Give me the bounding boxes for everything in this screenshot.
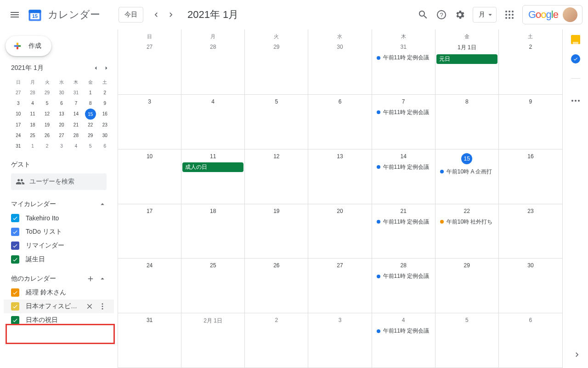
calendar-item[interactable]: 日本の祝日 [11, 313, 107, 327]
mini-day[interactable]: 16 [98, 109, 112, 120]
mini-day[interactable]: 4 [69, 141, 83, 151]
mini-day[interactable]: 27 [11, 87, 25, 98]
calendar-event[interactable]: 午前11時 定例会議 [374, 162, 433, 172]
calendar-checkbox[interactable] [11, 214, 19, 222]
mini-day[interactable]: 15 [83, 109, 97, 120]
calendar-checkbox[interactable] [11, 288, 19, 297]
day-cell[interactable]: 28午前11時 定例会議 [372, 259, 435, 313]
mini-day[interactable]: 28 [69, 130, 83, 141]
day-cell[interactable]: 30 [308, 40, 372, 95]
avatar[interactable] [563, 7, 577, 22]
day-cell[interactable]: 6 [308, 95, 372, 150]
day-cell[interactable]: 25 [181, 259, 245, 313]
mini-day[interactable]: 28 [25, 87, 40, 98]
tasks-icon[interactable] [571, 54, 580, 63]
day-cell[interactable]: 28 [181, 40, 245, 95]
day-cell[interactable]: 4午前11時 定例会議 [372, 313, 435, 368]
day-cell[interactable]: 27 [308, 259, 372, 313]
calendar-event[interactable]: 午前11時 定例会議 [374, 217, 433, 227]
mini-day[interactable]: 24 [11, 130, 25, 141]
calendar-event[interactable]: 元日 [436, 54, 498, 64]
mini-day[interactable]: 31 [11, 141, 25, 151]
calendar-checkbox[interactable] [11, 255, 19, 264]
day-cell[interactable]: 3 [308, 313, 372, 368]
prev-period-button[interactable] [149, 7, 164, 22]
mini-day[interactable]: 7 [69, 98, 83, 109]
close-icon[interactable] [85, 302, 94, 310]
day-cell[interactable]: 19 [245, 204, 308, 259]
mini-day[interactable]: 30 [54, 87, 68, 98]
mini-day[interactable]: 12 [40, 109, 54, 120]
mini-day[interactable]: 2 [40, 141, 54, 151]
day-cell[interactable]: 31 [118, 313, 181, 368]
calendar-checkbox[interactable] [11, 228, 19, 236]
mini-day[interactable]: 19 [40, 120, 54, 130]
mini-day[interactable]: 14 [69, 109, 83, 120]
view-select[interactable]: 月 [473, 7, 497, 23]
day-cell[interactable]: 4 [181, 95, 245, 150]
keep-icon[interactable] [571, 35, 580, 44]
day-cell[interactable]: 21午前11時 定例会議 [372, 204, 435, 259]
day-cell[interactable]: 6 [499, 313, 562, 368]
mini-day[interactable]: 3 [11, 98, 25, 109]
mini-day[interactable]: 3 [54, 141, 68, 151]
calendar-item[interactable]: 日本オフィスビ… [4, 299, 114, 313]
next-period-button[interactable] [164, 7, 178, 22]
apps-icon[interactable] [500, 6, 519, 24]
day-cell[interactable]: 14午前11時 定例会議 [372, 150, 435, 204]
guest-search-input[interactable]: ユーザーを検索 [11, 173, 107, 190]
day-cell[interactable]: 22午前10時 社外打ち [435, 204, 499, 259]
mini-day[interactable]: 21 [69, 120, 83, 130]
day-cell[interactable]: 16 [499, 150, 562, 204]
google-account-button[interactable]: Google [522, 5, 582, 24]
search-icon[interactable] [414, 6, 432, 24]
calendar-event[interactable]: 午前11時 定例会議 [374, 53, 433, 63]
day-cell[interactable]: 17 [118, 204, 181, 259]
calendar-event[interactable]: 午前11時 定例会議 [374, 271, 433, 281]
add-calendar-icon[interactable] [86, 275, 95, 283]
mini-day[interactable]: 10 [11, 109, 25, 120]
mini-day[interactable]: 26 [40, 130, 54, 141]
day-cell[interactable]: 31午前11時 定例会議 [372, 40, 435, 95]
day-cell[interactable]: 29 [435, 259, 499, 313]
day-cell[interactable]: 10 [118, 150, 181, 204]
day-cell[interactable]: 12 [245, 150, 308, 204]
calendar-checkbox[interactable] [11, 302, 19, 310]
day-cell[interactable]: 2 [245, 313, 308, 368]
help-icon[interactable]: ? [432, 6, 451, 24]
day-cell[interactable]: 18 [181, 204, 245, 259]
day-cell[interactable]: 7午前11時 定例会議 [372, 95, 435, 150]
mini-next-button[interactable] [101, 63, 112, 74]
day-cell[interactable]: 15午前10時 A 企画打 [435, 150, 499, 204]
calendar-item[interactable]: リマインダー [11, 239, 107, 253]
day-cell[interactable]: 2 [499, 40, 562, 95]
rail-collapse-button[interactable] [572, 350, 582, 361]
mini-day[interactable]: 1 [25, 141, 40, 151]
mini-day[interactable]: 5 [40, 98, 54, 109]
mini-day[interactable]: 20 [54, 120, 68, 130]
calendar-checkbox[interactable] [11, 316, 19, 324]
settings-icon[interactable] [451, 6, 469, 24]
mini-day[interactable]: 1 [83, 87, 97, 98]
mini-day[interactable]: 13 [54, 109, 68, 120]
day-cell[interactable]: 27 [118, 40, 181, 95]
mini-day[interactable]: 25 [25, 130, 40, 141]
calendar-event[interactable]: 午前10時 社外打ち [437, 217, 497, 227]
calendar-checkbox[interactable] [11, 242, 19, 250]
mini-day[interactable]: 18 [25, 120, 40, 130]
calendar-item[interactable]: ToDo リスト [11, 225, 107, 239]
mini-day[interactable]: 6 [98, 141, 112, 151]
day-cell[interactable]: 29 [245, 40, 308, 95]
day-cell[interactable]: 2月 1日 [181, 313, 245, 368]
mini-day[interactable]: 6 [54, 98, 68, 109]
mini-day[interactable]: 11 [25, 109, 40, 120]
create-button[interactable]: 作成 [6, 36, 51, 56]
mini-day[interactable]: 22 [83, 120, 97, 130]
mini-day[interactable]: 9 [98, 98, 112, 109]
rail-more-icon[interactable] [568, 93, 583, 108]
day-cell[interactable]: 8 [435, 95, 499, 150]
day-cell[interactable]: 5 [435, 313, 499, 368]
mini-day[interactable]: 23 [98, 120, 112, 130]
my-calendars-toggle[interactable]: マイカレンダー [11, 197, 107, 211]
day-cell[interactable]: 13 [308, 150, 372, 204]
